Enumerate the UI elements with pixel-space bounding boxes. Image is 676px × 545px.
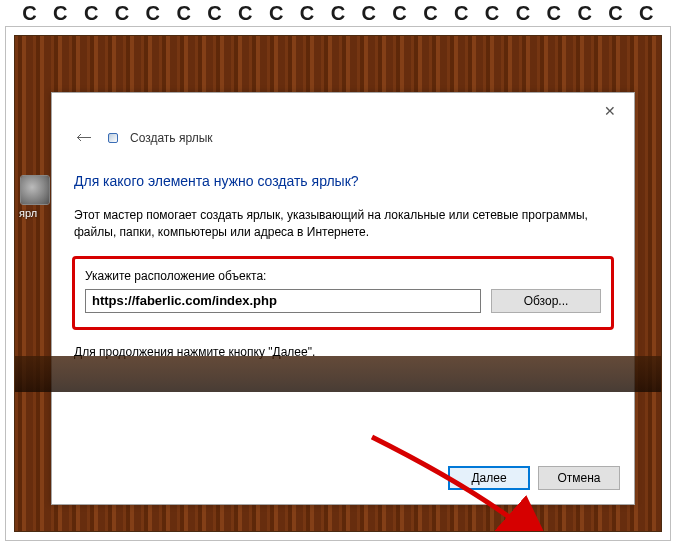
desktop-background: ярл ✕ 🡐 Создать ярлык Для какого элемент…	[14, 35, 662, 532]
breadcrumb-title: Создать ярлык	[130, 131, 213, 145]
back-arrow-icon[interactable]: 🡐	[72, 129, 96, 147]
shortcut-glyph-icon	[108, 133, 118, 143]
path-label: Укажите расположение объекта:	[85, 269, 601, 283]
browse-button[interactable]: Обзор...	[491, 289, 601, 313]
highlight-box: Укажите расположение объекта: Обзор...	[72, 256, 614, 330]
desktop-shortcut-icon[interactable]	[21, 176, 49, 204]
create-shortcut-dialog: ✕ 🡐 Создать ярлык Для какого элемента ну…	[51, 92, 635, 505]
breadcrumb: 🡐 Создать ярлык	[72, 129, 614, 147]
cancel-button[interactable]: Отмена	[538, 466, 620, 490]
notebook-binding: CCCCCC CCCCCC CCCCCC CCC	[0, 0, 676, 26]
close-icon[interactable]: ✕	[596, 101, 624, 121]
image-frame: ярл ✕ 🡐 Создать ярлык Для какого элемент…	[5, 26, 671, 541]
continue-hint: Для продолжения нажмите кнопку "Далее".	[74, 344, 612, 361]
path-input[interactable]	[85, 289, 481, 313]
next-button[interactable]: Далее	[448, 466, 530, 490]
desktop-shortcut-label: ярл	[19, 207, 37, 219]
dialog-headline: Для какого элемента нужно создать ярлык?	[74, 173, 612, 189]
dialog-description: Этот мастер помогает создать ярлык, указ…	[74, 207, 612, 242]
dialog-footer: Далее Отмена	[52, 456, 634, 504]
